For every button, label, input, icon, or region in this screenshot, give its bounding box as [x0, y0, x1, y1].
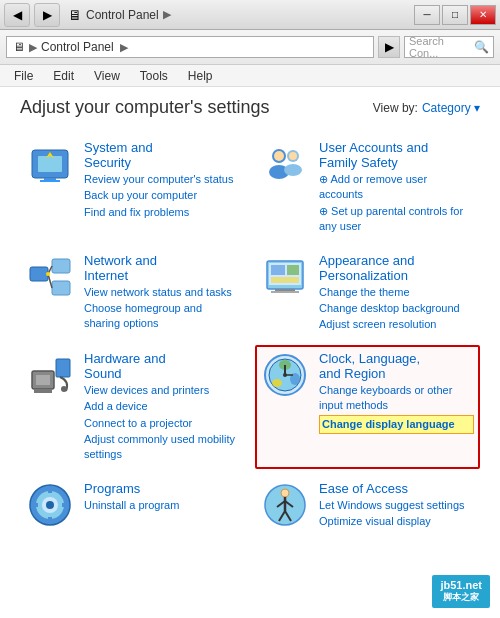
watermark: jb51.net 脚本之家: [432, 575, 490, 608]
programs-title[interactable]: Programs: [84, 481, 179, 496]
appearance-content: Appearance andPersonalization Change the…: [319, 253, 460, 333]
close-button[interactable]: ✕: [470, 5, 496, 25]
clock-title[interactable]: Clock, Language,and Region: [319, 351, 474, 381]
menu-view[interactable]: View: [90, 67, 124, 85]
ua-link-2[interactable]: ⊕ Set up parental controls for any user: [319, 204, 474, 235]
user-accounts-title[interactable]: User Accounts andFamily Safety: [319, 140, 474, 170]
category-ease: Ease of Access Let Windows suggest setti…: [255, 475, 480, 536]
app-link-1[interactable]: Change the theme: [319, 285, 460, 300]
path-separator: ▶: [29, 41, 37, 54]
network-links: View network status and tasks Choose hom…: [84, 285, 239, 332]
ease-icon: [261, 481, 309, 529]
category-system: System andSecurity Review your computer'…: [20, 134, 245, 241]
ua-link-1[interactable]: ⊕ Add or remove user accounts: [319, 172, 474, 203]
title-bar-left: ◀ ▶ 🖥 Control Panel ▶: [4, 3, 171, 27]
clock-content: Clock, Language,and Region Change keyboa…: [319, 351, 474, 434]
category-hardware: Hardware andSound View devices and print…: [20, 345, 245, 469]
svg-rect-42: [32, 503, 38, 507]
programs-links: Uninstall a program: [84, 498, 179, 513]
system-link-3[interactable]: Find and fix problems: [84, 205, 233, 220]
hw-link-4[interactable]: Adjust commonly used mobility settings: [84, 432, 239, 463]
svg-rect-18: [271, 265, 285, 275]
path-icon: 🖥: [13, 40, 25, 54]
system-title[interactable]: System andSecurity: [84, 140, 233, 170]
network-icon: [26, 253, 74, 301]
address-bar: 🖥 ▶ Control Panel ▶ ▶ Search Con... 🔍: [0, 30, 500, 65]
svg-rect-10: [30, 267, 48, 281]
svg-point-27: [61, 386, 67, 392]
hw-link-1[interactable]: View devices and printers: [84, 383, 239, 398]
clock-link-2[interactable]: Change display language: [319, 415, 474, 434]
svg-rect-22: [271, 291, 299, 293]
page-title: Adjust your computer's settings: [20, 97, 270, 118]
watermark-line2: 脚本之家: [440, 591, 482, 604]
ease-title[interactable]: Ease of Access: [319, 481, 465, 496]
svg-point-32: [272, 379, 282, 387]
hardware-content: Hardware andSound View devices and print…: [84, 351, 239, 463]
back-button[interactable]: ◀: [4, 3, 30, 27]
svg-point-9: [289, 152, 297, 160]
menu-tools[interactable]: Tools: [136, 67, 172, 85]
minimize-button[interactable]: ─: [414, 5, 440, 25]
svg-point-15: [46, 272, 50, 276]
svg-rect-43: [62, 503, 68, 507]
svg-point-8: [274, 151, 284, 161]
category-network: Network andInternet View network status …: [20, 247, 245, 339]
view-by-value[interactable]: Category ▾: [422, 101, 480, 115]
ease-content: Ease of Access Let Windows suggest setti…: [319, 481, 465, 530]
user-accounts-links: ⊕ Add or remove user accounts ⊕ Set up p…: [319, 172, 474, 235]
category-programs: Programs Uninstall a program: [20, 475, 245, 536]
svg-rect-26: [56, 359, 70, 377]
breadcrumb-arrow: ▶: [163, 8, 171, 21]
title-bar: ◀ ▶ 🖥 Control Panel ▶ ─ □ ✕: [0, 0, 500, 30]
svg-rect-25: [34, 389, 52, 393]
appearance-icon: [261, 253, 309, 301]
app-link-2[interactable]: Change desktop background: [319, 301, 460, 316]
system-links: Review your computer's status Back up yo…: [84, 172, 233, 220]
clock-link-1[interactable]: Change keyboards or other input methods: [319, 383, 474, 414]
hw-link-2[interactable]: Add a device: [84, 399, 239, 414]
clock-icon: [261, 351, 309, 399]
ease-link-1[interactable]: Let Windows suggest settings: [319, 498, 465, 513]
path-text: Control Panel: [41, 40, 114, 54]
network-title[interactable]: Network andInternet: [84, 253, 239, 283]
clock-links: Change keyboards or other input methods …: [319, 383, 474, 434]
category-appearance: Appearance andPersonalization Change the…: [255, 247, 480, 339]
category-user-accounts: User Accounts andFamily Safety ⊕ Add or …: [255, 134, 480, 241]
svg-rect-19: [287, 265, 299, 275]
programs-icon: [26, 481, 74, 529]
maximize-button[interactable]: □: [442, 5, 468, 25]
ease-links: Let Windows suggest settings Optimize vi…: [319, 498, 465, 530]
system-link-2[interactable]: Back up your computer: [84, 188, 233, 203]
address-path[interactable]: 🖥 ▶ Control Panel ▶: [6, 36, 374, 58]
forward-button[interactable]: ▶: [34, 3, 60, 27]
system-icon: [26, 140, 74, 188]
svg-rect-3: [40, 180, 60, 182]
menu-file[interactable]: File: [10, 67, 37, 85]
svg-point-39: [46, 501, 54, 509]
programs-content: Programs Uninstall a program: [84, 481, 179, 513]
path-end-arrow: ▶: [120, 41, 128, 54]
net-link-1[interactable]: View network status and tasks: [84, 285, 239, 300]
appearance-title[interactable]: Appearance andPersonalization: [319, 253, 460, 283]
network-content: Network andInternet View network status …: [84, 253, 239, 332]
menu-edit[interactable]: Edit: [49, 67, 78, 85]
prog-link-1[interactable]: Uninstall a program: [84, 498, 179, 513]
svg-rect-1: [38, 156, 62, 172]
menu-help[interactable]: Help: [184, 67, 217, 85]
hw-link-3[interactable]: Connect to a projector: [84, 416, 239, 431]
view-by-control: View by: Category ▾: [373, 101, 480, 115]
app-link-3[interactable]: Adjust screen resolution: [319, 317, 460, 332]
system-content: System andSecurity Review your computer'…: [84, 140, 233, 220]
system-link-1[interactable]: Review your computer's status: [84, 172, 233, 187]
user-accounts-content: User Accounts andFamily Safety ⊕ Add or …: [319, 140, 474, 235]
search-box[interactable]: Search Con... 🔍: [404, 36, 494, 58]
category-clock: Clock, Language,and Region Change keyboa…: [255, 345, 480, 469]
ease-link-2[interactable]: Optimize visual display: [319, 514, 465, 529]
net-link-2[interactable]: Choose homegroup and sharing options: [84, 301, 239, 332]
view-by-label: View by:: [373, 101, 418, 115]
hardware-title[interactable]: Hardware andSound: [84, 351, 239, 381]
svg-rect-20: [271, 277, 299, 283]
go-button[interactable]: ▶: [378, 36, 400, 58]
search-text: Search Con...: [409, 35, 472, 59]
